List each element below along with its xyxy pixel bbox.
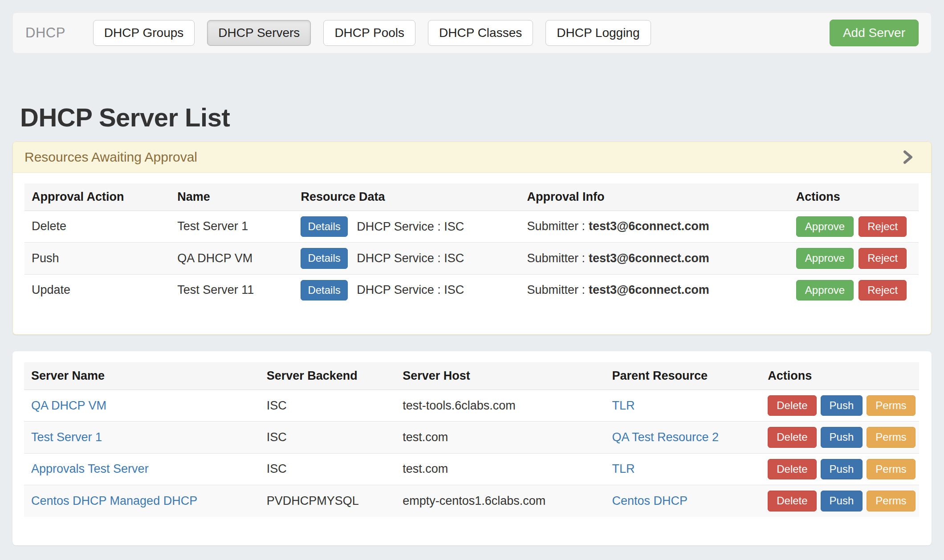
tab-dhcp-groups[interactable]: DHCP Groups (93, 20, 195, 46)
approval-info-cell: Submitter :test3@6connect.com (520, 274, 789, 306)
details-button[interactable]: Details (301, 280, 347, 300)
col-server-actions: Actions (761, 362, 919, 390)
approval-name-cell: Test Server 1 (170, 211, 293, 242)
chevron-right-icon[interactable] (903, 150, 913, 164)
server-name-cell: QA DHCP VM (24, 390, 260, 421)
server-name-link[interactable]: Centos DHCP Managed DHCP (31, 494, 197, 507)
submitter-label: Submitter : (527, 219, 585, 233)
submitter-email: test3@6connect.com (589, 283, 709, 296)
server-name-link[interactable]: Test Server 1 (31, 430, 102, 444)
perms-button[interactable]: Perms (867, 459, 915, 479)
reject-button[interactable]: Reject (859, 216, 907, 237)
perms-button[interactable]: Perms (867, 395, 915, 416)
push-button[interactable]: Push (821, 459, 863, 479)
delete-button[interactable]: Delete (768, 427, 816, 447)
delete-button[interactable]: Delete (768, 491, 816, 511)
resource-data-text: DHCP Service : ISC (357, 252, 464, 265)
server-name-link[interactable]: QA DHCP VM (31, 399, 106, 412)
resource-data-cell: Details DHCP Service : ISC (293, 211, 520, 242)
server-backend-cell: ISC (260, 453, 396, 485)
page-title: DHCP Server List (20, 103, 932, 132)
approvals-table: Approval Action Name Resource Data Appro… (24, 183, 919, 306)
approve-button[interactable]: Approve (796, 216, 854, 237)
col-parent-resource: Parent Resource (605, 362, 761, 390)
perms-button[interactable]: Perms (867, 427, 915, 447)
approval-action-cell: Update (24, 274, 170, 306)
approve-button[interactable]: Approve (796, 280, 854, 300)
server-host-cell: test.com (395, 422, 605, 453)
server-backend-cell: ISC (260, 390, 396, 421)
server-name-cell: Centos DHCP Managed DHCP (24, 485, 260, 517)
approve-button[interactable]: Approve (796, 248, 854, 268)
col-approval-info: Approval Info (520, 183, 789, 211)
dhcp-nav-tabs: DHCP Groups DHCP Servers DHCP Pools DHCP… (93, 20, 651, 46)
tab-dhcp-logging[interactable]: DHCP Logging (545, 20, 651, 46)
col-server-host: Server Host (395, 362, 605, 390)
approval-actions-cell: ApproveReject (789, 211, 919, 242)
perms-button[interactable]: Perms (867, 491, 915, 511)
server-host-cell: empty-centos1.6clabs.com (395, 485, 605, 517)
col-actions: Actions (789, 183, 919, 211)
reject-button[interactable]: Reject (859, 248, 907, 268)
delete-button[interactable]: Delete (768, 395, 816, 416)
server-name-link[interactable]: Approvals Test Server (31, 462, 149, 475)
push-button[interactable]: Push (821, 395, 863, 416)
approval-action-cell: Push (24, 243, 170, 274)
server-host-cell: test-tools.6clabs.com (395, 390, 605, 421)
parent-resource-cell: TLR (605, 390, 761, 421)
server-actions-cell: DeletePushPerms (761, 422, 919, 453)
col-resource-data: Resource Data (293, 183, 520, 211)
approvals-panel-header[interactable]: Resources Awaiting Approval (13, 142, 931, 173)
approval-row: Update Test Server 11 Details DHCP Servi… (24, 274, 919, 306)
server-backend-cell: PVDHCPMYSQL (260, 485, 396, 517)
dhcp-toolbar: DHCP DHCP Groups DHCP Servers DHCP Pools… (12, 12, 932, 53)
resource-data-text: DHCP Service : ISC (357, 283, 464, 296)
approval-name-cell: QA DHCP VM (170, 243, 293, 274)
parent-resource-link[interactable]: QA Test Resource 2 (612, 430, 719, 444)
server-backend-cell: ISC (260, 422, 396, 453)
push-button[interactable]: Push (821, 427, 863, 447)
server-row: Approvals Test Server ISC test.com TLR D… (24, 453, 919, 485)
submitter-email: test3@6connect.com (589, 252, 709, 265)
reject-button[interactable]: Reject (859, 280, 907, 300)
push-button[interactable]: Push (821, 491, 863, 511)
parent-resource-link[interactable]: Centos DHCP (612, 494, 688, 507)
approvals-table-header-row: Approval Action Name Resource Data Appro… (24, 183, 919, 211)
parent-resource-link[interactable]: TLR (612, 399, 635, 412)
approval-actions-cell: ApproveReject (789, 243, 919, 274)
parent-resource-link[interactable]: TLR (612, 462, 635, 475)
server-host-cell: test.com (395, 453, 605, 485)
approvals-panel-body: Approval Action Name Resource Data Appro… (13, 173, 931, 334)
tab-dhcp-classes[interactable]: DHCP Classes (428, 20, 533, 46)
approval-info-cell: Submitter :test3@6connect.com (520, 211, 789, 242)
section-label: DHCP (25, 25, 65, 41)
approval-row: Delete Test Server 1 Details DHCP Servic… (24, 211, 919, 242)
col-approval-action: Approval Action (24, 183, 170, 211)
tab-dhcp-servers[interactable]: DHCP Servers (207, 20, 311, 46)
approval-name-cell: Test Server 11 (170, 274, 293, 306)
resource-data-cell: Details DHCP Service : ISC (293, 243, 520, 274)
server-row: Centos DHCP Managed DHCP PVDHCPMYSQL emp… (24, 485, 919, 517)
server-list-panel: Server Name Server Backend Server Host P… (12, 351, 932, 545)
add-server-button[interactable]: Add Server (830, 20, 919, 47)
server-list-panel-body: Server Name Server Backend Server Host P… (12, 351, 932, 545)
server-row: QA DHCP VM ISC test-tools.6clabs.com TLR… (24, 390, 919, 421)
submitter-label: Submitter : (527, 252, 585, 265)
details-button[interactable]: Details (301, 216, 347, 237)
server-row: Test Server 1 ISC test.com QA Test Resou… (24, 422, 919, 453)
parent-resource-cell: TLR (605, 453, 761, 485)
delete-button[interactable]: Delete (768, 459, 816, 479)
server-actions-cell: DeletePushPerms (761, 485, 919, 517)
server-name-cell: Test Server 1 (24, 422, 260, 453)
page: DHCP DHCP Groups DHCP Servers DHCP Pools… (0, 12, 944, 545)
submitter-email: test3@6connect.com (589, 219, 709, 233)
resource-data-text: DHCP Service : ISC (357, 220, 464, 233)
details-button[interactable]: Details (301, 248, 347, 268)
server-table-header-row: Server Name Server Backend Server Host P… (24, 362, 919, 390)
tab-dhcp-pools[interactable]: DHCP Pools (323, 20, 415, 46)
server-name-cell: Approvals Test Server (24, 453, 260, 485)
col-server-backend: Server Backend (260, 362, 396, 390)
col-server-name: Server Name (24, 362, 260, 390)
parent-resource-cell: Centos DHCP (605, 485, 761, 517)
approvals-panel: Resources Awaiting Approval Approval Act… (12, 142, 932, 335)
